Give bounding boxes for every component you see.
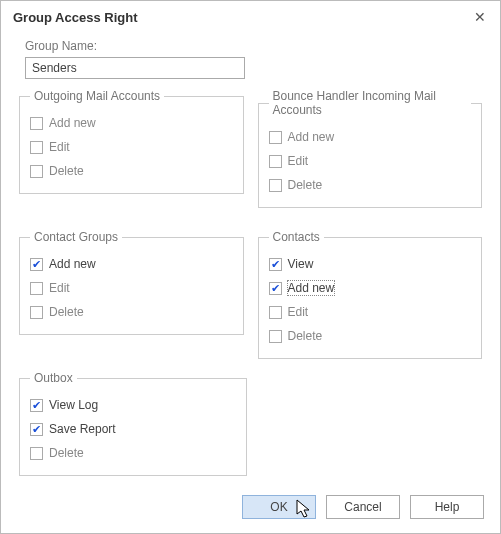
checkbox-icon[interactable] <box>269 155 282 168</box>
contactGroups-checkbox-add-new[interactable]: ✔Add new <box>30 252 233 276</box>
dialog-footer: OK Cancel Help <box>242 495 484 519</box>
contacts-group: Contacts ✔View✔Add newEditDelete <box>258 230 483 359</box>
outgoing-checkbox-delete[interactable]: Delete <box>30 159 233 183</box>
checkbox-icon[interactable] <box>30 447 43 460</box>
checkbox-icon[interactable]: ✔ <box>269 258 282 271</box>
checkbox-label: Edit <box>49 281 70 295</box>
checkbox-label: Delete <box>49 305 84 319</box>
checkbox-icon[interactable] <box>269 330 282 343</box>
outgoing-mail-legend: Outgoing Mail Accounts <box>30 89 164 103</box>
checkbox-label: Edit <box>49 140 70 154</box>
contacts-legend: Contacts <box>269 230 324 244</box>
checkbox-label: Add new <box>49 257 96 271</box>
outbox-checkbox-save-report[interactable]: ✔Save Report <box>30 417 236 441</box>
checkbox-label: Delete <box>288 329 323 343</box>
checkbox-icon[interactable] <box>30 141 43 154</box>
bounce-checkbox-edit[interactable]: Edit <box>269 149 472 173</box>
checkbox-icon[interactable]: ✔ <box>269 282 282 295</box>
outgoing-mail-group: Outgoing Mail Accounts Add newEditDelete <box>19 89 244 194</box>
checkbox-icon[interactable] <box>269 179 282 192</box>
checkbox-label: View Log <box>49 398 98 412</box>
checkbox-icon[interactable] <box>30 165 43 178</box>
checkbox-icon[interactable] <box>269 306 282 319</box>
checkbox-icon[interactable]: ✔ <box>30 258 43 271</box>
checkbox-label: View <box>288 257 314 271</box>
checkbox-icon[interactable] <box>269 131 282 144</box>
titlebar: Group Access Right ✕ <box>1 1 500 29</box>
checkbox-label: Edit <box>288 305 309 319</box>
help-button[interactable]: Help <box>410 495 484 519</box>
checkbox-icon[interactable]: ✔ <box>30 399 43 412</box>
checkbox-label: Add new <box>49 116 96 130</box>
checkbox-label: Delete <box>49 164 84 178</box>
close-icon[interactable]: ✕ <box>472 9 488 25</box>
checkbox-icon[interactable]: ✔ <box>30 423 43 436</box>
bounce-checkbox-delete[interactable]: Delete <box>269 173 472 197</box>
group-name-input[interactable] <box>25 57 245 79</box>
bounce-handler-group: Bounce Handler Incoming Mail Accounts Ad… <box>258 89 483 208</box>
checkbox-icon[interactable] <box>30 306 43 319</box>
contacts-checkbox-edit[interactable]: Edit <box>269 300 472 324</box>
contact-groups-legend: Contact Groups <box>30 230 122 244</box>
checkbox-label: Delete <box>288 178 323 192</box>
contacts-checkbox-view[interactable]: ✔View <box>269 252 472 276</box>
dialog-body: Group Name: Outgoing Mail Accounts Add n… <box>1 29 500 476</box>
contacts-checkbox-add-new[interactable]: ✔Add new <box>269 276 472 300</box>
contactGroups-checkbox-edit[interactable]: Edit <box>30 276 233 300</box>
outbox-checkbox-view-log[interactable]: ✔View Log <box>30 393 236 417</box>
outgoing-checkbox-edit[interactable]: Edit <box>30 135 233 159</box>
group-name-label: Group Name: <box>25 39 482 53</box>
group-access-dialog: Group Access Right ✕ Group Name: Outgoin… <box>0 0 501 534</box>
contactGroups-checkbox-delete[interactable]: Delete <box>30 300 233 324</box>
checkbox-label: Delete <box>49 446 84 460</box>
checkbox-icon[interactable] <box>30 117 43 130</box>
group-name-row: Group Name: <box>25 39 482 79</box>
contacts-checkbox-delete[interactable]: Delete <box>269 324 472 348</box>
ok-button[interactable]: OK <box>242 495 316 519</box>
outgoing-checkbox-add-new[interactable]: Add new <box>30 111 233 135</box>
outbox-legend: Outbox <box>30 371 77 385</box>
bounce-checkbox-add-new[interactable]: Add new <box>269 125 472 149</box>
contact-groups-group: Contact Groups ✔Add newEditDelete <box>19 230 244 335</box>
checkbox-label: Add new <box>288 130 335 144</box>
dialog-title: Group Access Right <box>13 10 137 25</box>
bounce-handler-legend: Bounce Handler Incoming Mail Accounts <box>269 89 472 117</box>
outbox-group: Outbox ✔View Log✔Save ReportDelete <box>19 371 247 476</box>
outbox-checkbox-delete[interactable]: Delete <box>30 441 236 465</box>
cancel-button[interactable]: Cancel <box>326 495 400 519</box>
checkbox-label: Add new <box>288 281 335 295</box>
checkbox-label: Edit <box>288 154 309 168</box>
checkbox-icon[interactable] <box>30 282 43 295</box>
checkbox-label: Save Report <box>49 422 116 436</box>
